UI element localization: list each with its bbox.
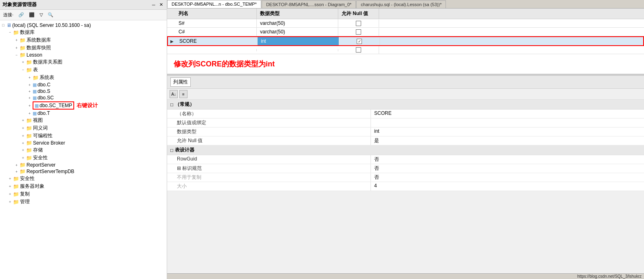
cell-name: C# bbox=[175, 28, 257, 36]
section-label: 表设计器 bbox=[175, 147, 194, 154]
table-icon: ▦ bbox=[33, 111, 37, 116]
col-name-header: 列名 bbox=[175, 9, 257, 19]
prop-row[interactable]: 不用于复制 否 bbox=[167, 173, 644, 182]
dbot-node[interactable]: ＋ ▦ dbo.T bbox=[0, 110, 167, 116]
db-icon: 📁 bbox=[20, 169, 26, 174]
expand-icon: ＋ bbox=[20, 59, 26, 65]
systables-label: 系统表 bbox=[40, 74, 54, 81]
null-checkbox[interactable] bbox=[356, 29, 361, 35]
null-checkbox[interactable] bbox=[356, 21, 361, 26]
tab-charushuju[interactable]: charushuju.sql - (local).Lesson (sa (53)… bbox=[356, 0, 446, 8]
storage-label: 存储 bbox=[33, 147, 43, 154]
folder-icon: 📁 bbox=[20, 45, 26, 51]
pin-button[interactable]: ─ bbox=[150, 2, 157, 8]
null-checkbox[interactable] bbox=[357, 39, 362, 44]
folder-icon: 📁 bbox=[26, 147, 32, 153]
cell-type: varchar(50) bbox=[257, 28, 338, 36]
expand-icon: ＋ bbox=[26, 82, 33, 88]
prop-row[interactable]: （名称） SCORE bbox=[167, 110, 644, 119]
folder-icon: 📁 bbox=[13, 184, 19, 189]
object-explorer-title-bar: 对象资源管理器 ─ ✕ bbox=[0, 0, 167, 10]
dbosc-node[interactable]: ＋ ▦ dbo.SC bbox=[0, 94, 167, 101]
replication-node[interactable]: ＋ 📁 复制 bbox=[0, 190, 167, 198]
toolbar-icon-1[interactable]: 🔗 bbox=[17, 11, 26, 18]
prop-name: 数据类型 bbox=[167, 127, 371, 136]
expand-icon: ＋ bbox=[7, 176, 13, 181]
views-node[interactable]: ＋ 📁 视图 bbox=[0, 116, 167, 124]
management-label: 管理 bbox=[20, 198, 30, 205]
dbos-label: dbo.S bbox=[37, 88, 50, 94]
prop-section-general[interactable]: □ （常规） bbox=[167, 100, 644, 110]
security3-node[interactable]: ＋ 📁 安全性 bbox=[0, 154, 167, 162]
prop-row[interactable]: 允许 Null 值 是 bbox=[167, 136, 644, 145]
reportserver-node[interactable]: ＋ 📁 ReportServer bbox=[0, 162, 167, 168]
connect-button[interactable]: 连接· bbox=[2, 11, 15, 19]
tab-diagram[interactable]: DESKTOP-8M5APNL....sson - Diagram_0* bbox=[262, 0, 356, 8]
collapse-icon: □ bbox=[170, 147, 173, 153]
toolbar-icon-3[interactable]: ▽ bbox=[38, 11, 44, 18]
table-designer: 列名 数据类型 允许 Null 值 S# varchar(50) C# varc… bbox=[167, 9, 644, 75]
prop-name: 默认值或绑定 bbox=[167, 119, 371, 127]
programmability-node[interactable]: ＋ 📁 可编程性 bbox=[0, 132, 167, 140]
status-bar: https://blog.csdn.net/SQL_3/lshukrz bbox=[167, 273, 644, 279]
folder-icon: 📁 bbox=[13, 191, 19, 197]
servicebroker-node[interactable]: ＋ 📁 Service Broker bbox=[0, 140, 167, 146]
close-button[interactable]: ✕ bbox=[158, 2, 164, 8]
folder-icon: 📁 bbox=[33, 75, 39, 81]
prop-value bbox=[371, 119, 377, 127]
table-row[interactable]: C# varchar(50) bbox=[167, 28, 644, 36]
dbosc-label: dbo.SC bbox=[37, 95, 54, 101]
serverobjects-node[interactable]: ＋ 📁 服务器对象 bbox=[0, 182, 167, 190]
folder-icon: 📁 bbox=[13, 30, 19, 35]
expand-icon: ＋ bbox=[13, 163, 20, 168]
folder-icon: 📁 bbox=[20, 37, 26, 43]
prop-row[interactable]: ⊞ 标识规范 否 bbox=[167, 164, 644, 173]
databases-node[interactable]: － 📁 数据库 bbox=[0, 29, 167, 36]
expand-icon: ＋ bbox=[20, 141, 26, 146]
table-row[interactable]: S# varchar(50) bbox=[167, 19, 644, 28]
null-checkbox[interactable] bbox=[356, 47, 361, 53]
toolbar-icon-4[interactable]: 🔍 bbox=[46, 11, 55, 18]
lesson-node[interactable]: － 📁 Lesson bbox=[0, 52, 167, 58]
dboc-label: dbo.C bbox=[37, 82, 51, 88]
prop-row[interactable]: 默认值或绑定 bbox=[167, 119, 644, 127]
table-row-score[interactable]: ▶ SCORE int bbox=[167, 36, 644, 46]
prop-name: 大小 bbox=[167, 182, 371, 191]
management-node[interactable]: ＋ 📁 管理 bbox=[0, 198, 167, 206]
systables-node[interactable]: ＋ 📁 系统表 bbox=[0, 74, 167, 81]
expand-icon: ＋ bbox=[26, 103, 33, 108]
prop-value-datatype: int bbox=[371, 127, 383, 136]
synonyms-node[interactable]: ＋ 📁 同义词 bbox=[0, 124, 167, 132]
folder-icon: 📁 bbox=[26, 125, 32, 131]
toolbar-icon-2[interactable]: ⬛ bbox=[27, 11, 36, 18]
systemdbs-node[interactable]: ＋ 📁 系统数据库 bbox=[0, 36, 167, 44]
prop-value: 否 bbox=[371, 173, 382, 182]
expand-icon: □ bbox=[0, 23, 7, 27]
folder-icon: 📁 bbox=[26, 140, 32, 146]
properties-tab[interactable]: 列属性 bbox=[170, 77, 191, 87]
dbdiagram-node[interactable]: ＋ 📁 数据库关系图 bbox=[0, 58, 167, 66]
dboc-node[interactable]: ＋ ▦ dbo.C bbox=[0, 81, 167, 88]
dbos-node[interactable]: ＋ ▦ dbo.S bbox=[0, 88, 167, 94]
reportservertempdb-node[interactable]: ＋ 📁 ReportServerTempDB bbox=[0, 168, 167, 175]
dbosctemp-node[interactable]: ＋ ▦ dbo.SC_TEMP 右键设计 bbox=[0, 101, 167, 110]
table-row[interactable] bbox=[167, 46, 644, 54]
properties-panel: 列属性 A↓ ≡ □ （常规） （名称） SCORE bbox=[167, 75, 644, 273]
prop-icon2[interactable]: ≡ bbox=[179, 90, 187, 98]
prop-row[interactable]: 大小 4 bbox=[167, 182, 644, 191]
views-label: 视图 bbox=[33, 117, 43, 124]
tables-node[interactable]: － 📁 表 bbox=[0, 66, 167, 74]
security2-node[interactable]: ＋ 📁 安全性 bbox=[0, 175, 167, 182]
properties-tab-bar: 列属性 bbox=[167, 76, 644, 89]
serverobjects-label: 服务器对象 bbox=[20, 183, 44, 190]
dbsnapshots-node[interactable]: ＋ 📁 数据库快照 bbox=[0, 44, 167, 52]
storage-node[interactable]: ＋ 📁 存储 bbox=[0, 146, 167, 154]
prop-row[interactable]: RowGuid 否 bbox=[167, 155, 644, 164]
tab-sc-temp[interactable]: DESKTOP-8M5APNL...n - dbo.SC_TEMP* bbox=[167, 0, 261, 8]
tree-root-node[interactable]: □ 🖥 (local) (SQL Server 10.50.1600 - sa) bbox=[0, 22, 167, 29]
prop-section-tabledesigner[interactable]: □ 表设计器 bbox=[167, 145, 644, 155]
prop-row[interactable]: 数据类型 int bbox=[167, 127, 644, 136]
object-explorer-panel: 对象资源管理器 ─ ✕ 连接· 🔗 ⬛ ▽ 🔍 □ 🖥 (local) (SQL… bbox=[0, 0, 167, 279]
prop-sort-icon[interactable]: A↓ bbox=[170, 90, 178, 98]
status-url: https://blog.csdn.net/SQL_3/lshukrz bbox=[577, 274, 642, 279]
